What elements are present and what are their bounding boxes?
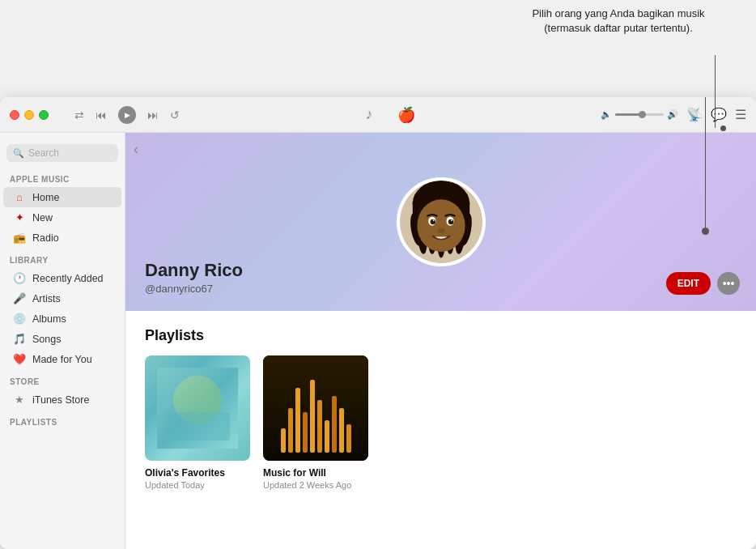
tooltip-line: [715, 55, 716, 128]
home-icon: ⌂: [13, 191, 26, 203]
sidebar-item-songs[interactable]: 🎵 Songs: [3, 329, 121, 349]
recent-icon: 🕐: [13, 272, 26, 284]
profile-hero: Danny Rico @dannyrico67 EDIT •••: [125, 133, 756, 311]
new-icon: ✦: [13, 211, 26, 223]
titlebar-right-icons: 📡 💬 ☰: [686, 107, 746, 122]
titlebar: ⇄ ⏮ ▶ ⏭ ↺ ♪ 🍎 🔈 🔊 📡 💬 ☰: [0, 97, 756, 133]
sidebar-item-new-label: New: [32, 212, 53, 223]
sidebar-item-recently-added-label: Recently Added: [32, 273, 104, 284]
made-for-you-icon: ❤️: [13, 353, 26, 365]
sidebar-item-made-for-you[interactable]: ❤️ Made for You: [3, 349, 121, 369]
play-button[interactable]: ▶: [118, 106, 136, 124]
svg-point-10: [417, 199, 465, 252]
albums-icon: 💿: [13, 313, 26, 325]
svg-point-17: [437, 228, 444, 233]
music-icon[interactable]: ♪: [366, 106, 373, 123]
playlist-card[interactable]: Music for Will Updated 2 Weeks Ago: [263, 355, 368, 490]
volume-bar: [615, 113, 664, 116]
svg-point-15: [432, 219, 434, 221]
waveform-bar: [281, 428, 286, 453]
lyrics-icon[interactable]: 💬: [711, 107, 727, 122]
sidebar-item-radio[interactable]: 📻 Radio: [3, 228, 121, 248]
waveform-bar: [295, 388, 300, 453]
playlists-label: Playlists: [0, 410, 125, 430]
waveform-bar: [325, 420, 329, 453]
search-placeholder: Search: [28, 147, 59, 159]
profile-actions: EDIT •••: [666, 272, 740, 295]
library-label: Library: [0, 248, 125, 268]
sidebar-item-artists[interactable]: 🎤 Artists: [3, 288, 121, 309]
playlist-updated: Updated Today: [145, 480, 250, 490]
apple-icon[interactable]: 🍎: [397, 106, 415, 124]
traffic-lights: [10, 110, 49, 120]
airplay-icon[interactable]: 📡: [686, 107, 703, 122]
search-icon: 🔍: [13, 148, 24, 159]
playlist-card[interactable]: Olivia's Favorites Updated Today: [145, 355, 250, 490]
titlebar-right: 🔈 🔊 📡 💬 ☰: [601, 107, 746, 122]
app-window: ⇄ ⏮ ▶ ⏭ ↺ ♪ 🍎 🔈 🔊 📡 💬 ☰: [0, 97, 756, 549]
playlist-cover-olivia: [145, 355, 250, 461]
profile-handle: @dannyrico67: [145, 283, 243, 295]
sidebar-item-home-label: Home: [32, 192, 59, 203]
more-button[interactable]: •••: [717, 272, 740, 295]
search-bar[interactable]: 🔍 Search: [6, 144, 118, 162]
back-button[interactable]: ‹: [134, 141, 138, 158]
next-button[interactable]: ⏭: [147, 109, 159, 121]
sidebar-item-recently-added[interactable]: 🕐 Recently Added: [3, 268, 121, 288]
edit-button[interactable]: EDIT: [666, 272, 711, 295]
tooltip-dot: [720, 126, 726, 131]
sidebar-item-albums-label: Albums: [32, 313, 66, 325]
waveform-bar: [317, 400, 322, 453]
fullscreen-button[interactable]: [39, 110, 49, 120]
waveform-bar: [346, 424, 351, 453]
svg-point-14: [448, 219, 452, 224]
sidebar-item-radio-label: Radio: [32, 232, 59, 244]
playlist-cover: [263, 355, 368, 461]
radio-icon: 📻: [13, 232, 26, 244]
titlebar-center: ♪ 🍎: [180, 106, 601, 124]
content-area: ‹: [125, 133, 756, 549]
store-label: Store: [0, 369, 125, 389]
sidebar-item-new[interactable]: ✦ New: [3, 207, 121, 228]
sidebar-item-songs-label: Songs: [32, 334, 61, 345]
svg-point-16: [451, 219, 452, 221]
volume-control[interactable]: 🔈 🔊: [601, 109, 678, 120]
sidebar-item-itunes-store[interactable]: ★ iTunes Store: [3, 389, 121, 410]
queue-icon[interactable]: ☰: [735, 107, 746, 122]
repeat-button[interactable]: ↺: [170, 109, 180, 121]
close-button[interactable]: [10, 110, 19, 120]
previous-button[interactable]: ⏮: [96, 109, 107, 121]
waveform-bar: [332, 396, 337, 453]
volume-thumb: [639, 111, 646, 118]
main-area: 🔍 Search Apple Music ⌂ Home ✦ New 📻 Radi…: [0, 133, 756, 549]
minimize-button[interactable]: [24, 110, 34, 120]
svg-point-13: [430, 219, 435, 224]
tooltip-text: Pilih orang yang Anda bagikan musik (ter…: [532, 7, 704, 34]
playlists-section: Playlists: [125, 311, 756, 506]
volume-low-icon: 🔈: [601, 109, 612, 120]
volume-high-icon: 🔊: [667, 109, 678, 120]
waveform-bar: [310, 380, 315, 453]
apple-music-label: Apple Music: [0, 167, 125, 187]
profile-name: Danny Rico: [145, 260, 243, 281]
playlists-grid: Olivia's Favorites Updated Today Music f…: [145, 355, 737, 490]
tooltip: Pilih orang yang Anda bagikan musik (ter…: [529, 6, 707, 36]
store-icon: ★: [13, 394, 26, 406]
sidebar: 🔍 Search Apple Music ⌂ Home ✦ New 📻 Radi…: [0, 133, 125, 549]
profile-info: Danny Rico @dannyrico67: [145, 260, 243, 295]
memoji-svg: [400, 177, 482, 266]
shuffle-button[interactable]: ⇄: [74, 109, 84, 121]
avatar: [397, 177, 486, 266]
sidebar-item-itunes-store-label: iTunes Store: [32, 394, 89, 406]
waveform-bar: [303, 412, 308, 453]
playlist-cover-music-will: [263, 355, 368, 461]
sidebar-item-made-for-you-label: Made for You: [32, 354, 92, 365]
waveform: [263, 380, 368, 453]
sidebar-item-home[interactable]: ⌂ Home: [3, 187, 121, 207]
playlist-cover: [145, 355, 250, 461]
svg-rect-20: [165, 412, 230, 440]
sidebar-item-artists-label: Artists: [32, 293, 61, 304]
sidebar-item-albums[interactable]: 💿 Albums: [3, 309, 121, 329]
avatar-wrapper: [397, 177, 486, 266]
songs-icon: 🎵: [13, 333, 26, 345]
